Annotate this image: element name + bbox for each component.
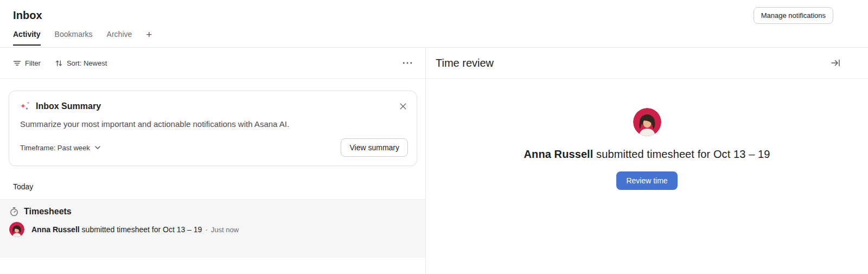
timeframe-dropdown[interactable]: Timeframe: Past week <box>20 144 100 152</box>
tab-activity[interactable]: Activity <box>13 30 41 46</box>
page-header: Inbox Manage notifications Activity Book… <box>0 0 868 48</box>
close-icon[interactable] <box>398 101 408 111</box>
detail-message: submitted timesheet for <box>596 148 710 160</box>
tab-archive[interactable]: Archive <box>107 30 132 46</box>
chevron-down-icon <box>95 146 100 149</box>
date-group-label: Today <box>13 182 412 191</box>
avatar <box>633 108 661 136</box>
overflow-menu-icon[interactable] <box>403 61 412 65</box>
summary-card-description: Summarize your most important and action… <box>20 119 408 129</box>
detail-heading: Anna Russell submitted timesheet for Oct… <box>426 148 868 161</box>
manage-notifications-button[interactable]: Manage notifications <box>754 7 833 24</box>
notification-text: Anna Russell submitted timesheet for Oct… <box>31 225 239 234</box>
detail-date-range: Oct 13 – 19 <box>713 148 770 160</box>
detail-body: Anna Russell submitted timesheet for Oct… <box>426 79 868 274</box>
group-header: Timesheets <box>0 207 425 216</box>
collapse-panel-icon[interactable] <box>829 56 842 69</box>
stopwatch-icon <box>9 207 19 216</box>
sort-label: Sort: Newest <box>67 59 107 67</box>
sort-button[interactable]: Sort: Newest <box>55 59 107 67</box>
notification-time: Just now <box>211 226 239 234</box>
avatar <box>9 222 24 237</box>
inbox-tabs: Activity Bookmarks Archive + <box>13 30 855 45</box>
notification-list-panel: Filter Sort: Newest <box>0 48 426 274</box>
review-time-button[interactable]: Review time <box>616 171 677 190</box>
notification-actor: Anna Russell <box>31 225 80 234</box>
view-summary-button[interactable]: View summary <box>341 138 408 157</box>
page-title: Inbox <box>13 9 42 22</box>
detail-title: Time review <box>436 57 494 69</box>
list-toolbar: Filter Sort: Newest <box>0 48 425 79</box>
ai-sparkle-icon: ✦✦✦ <box>20 101 32 112</box>
timeframe-label: Timeframe: Past week <box>20 144 90 152</box>
detail-header: Time review <box>426 48 868 79</box>
inbox-app: Inbox Manage notifications Activity Book… <box>0 0 868 274</box>
notification-group: Timesheets <box>0 199 425 258</box>
detail-actor: Anna Russell <box>524 148 593 160</box>
filter-label: Filter <box>25 59 41 67</box>
add-tab-icon[interactable]: + <box>146 31 152 44</box>
summary-card-title: Inbox Summary <box>36 101 101 111</box>
tab-bookmarks[interactable]: Bookmarks <box>55 30 93 46</box>
sort-arrows-icon <box>55 59 63 67</box>
separator: · <box>204 225 209 234</box>
detail-panel: Time review <box>426 48 868 274</box>
group-title: Timesheets <box>24 207 72 216</box>
notification-message: submitted timesheet for Oct 13 – 19 <box>82 225 202 234</box>
filter-button[interactable]: Filter <box>13 59 41 67</box>
inbox-summary-card: ✦✦✦ Inbox Summary Summarize your most im… <box>9 91 417 166</box>
notification-row[interactable]: Anna Russell submitted timesheet for Oct… <box>0 216 425 237</box>
filter-icon <box>13 59 21 67</box>
